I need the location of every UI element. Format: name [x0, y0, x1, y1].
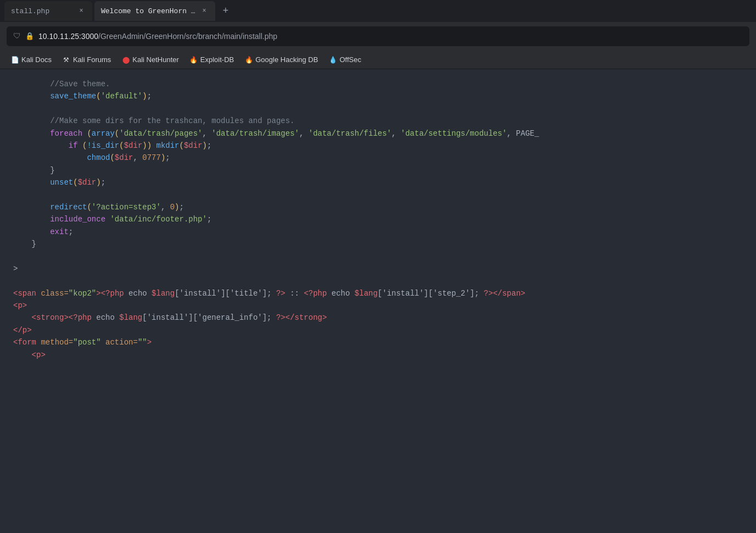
empty-line	[0, 250, 756, 262]
code-line: //Save theme.	[0, 78, 756, 90]
empty-line	[0, 275, 756, 287]
kali-nethunter-icon: ⬤	[122, 56, 130, 64]
empty-line	[0, 189, 756, 201]
google-hacking-db-icon: 🔥	[245, 56, 253, 64]
code-line: exit;	[0, 226, 756, 238]
code-line: }	[0, 164, 756, 176]
url-path: /GreenAdmin/GreenHorn/src/branch/main/in…	[98, 32, 277, 41]
kali-docs-icon: 📄	[11, 56, 19, 64]
code-line: <form method="post" action="">	[0, 336, 756, 348]
bookmark-kali-docs[interactable]: 📄 Kali Docs	[7, 54, 56, 65]
code-area[interactable]: //Save theme. save_theme('default'); //M…	[0, 69, 756, 533]
code-line: <p>	[0, 299, 756, 312]
offsec-icon: 💧	[329, 56, 337, 64]
code-line: unset($dir);	[0, 176, 756, 188]
tab-2[interactable]: Welcome to GreenHorn ! - G ×	[94, 1, 215, 21]
tab-2-close[interactable]: ×	[200, 7, 209, 15]
address-bar[interactable]: 🛡 🔒 10.10.11.25:3000/GreenAdmin/GreenHor…	[7, 26, 749, 46]
bookmark-kali-forums[interactable]: ⚒ Kali Forums	[58, 54, 115, 65]
code-line: include_once 'data/inc/footer.php';	[0, 213, 756, 225]
code-line: save_theme('default');	[0, 90, 756, 102]
code-line: >	[0, 263, 756, 275]
address-bar-row: 🛡 🔒 10.10.11.25:3000/GreenAdmin/GreenHor…	[0, 22, 756, 51]
kali-nethunter-label: Kali NetHunter	[132, 55, 179, 64]
code-line: foreach (array('data/trash/pages', 'data…	[0, 127, 756, 140]
code-line: <p>	[0, 349, 756, 361]
bookmark-google-hacking-db[interactable]: 🔥 Google Hacking DB	[240, 54, 322, 65]
bookmark-offsec[interactable]: 💧 OffSec	[324, 54, 366, 65]
bookmark-exploit-db[interactable]: 🔥 Exploit-DB	[186, 54, 238, 65]
empty-line	[0, 103, 756, 115]
code-line: //Make some dirs for the trashcan, modul…	[0, 115, 756, 127]
code-line: chmod($dir, 0777);	[0, 152, 756, 164]
tab-2-title: Welcome to GreenHorn ! - G	[101, 7, 195, 15]
url-text: 10.10.11.25:3000/GreenAdmin/GreenHorn/sr…	[38, 32, 277, 41]
shield-icon: 🛡	[13, 32, 21, 41]
kali-forums-icon: ⚒	[63, 56, 70, 64]
tab-1-title: stall.php	[11, 7, 72, 15]
code-line: </p>	[0, 324, 756, 336]
code-line: <span class="kop2"><?php echo $lang['ins…	[0, 287, 756, 299]
browser-chrome: stall.php × Welcome to GreenHorn ! - G ×…	[0, 0, 756, 69]
code-line: }	[0, 238, 756, 250]
offsec-label: OffSec	[339, 55, 361, 64]
bookmark-kali-nethunter[interactable]: ⬤ Kali NetHunter	[117, 54, 183, 65]
tab-1-close[interactable]: ×	[77, 7, 86, 15]
exploit-db-icon: 🔥	[190, 56, 198, 64]
kali-docs-label: Kali Docs	[21, 55, 52, 64]
code-line: <strong><?php echo $lang['install']['gen…	[0, 312, 756, 324]
url-domain: 10.10.11.25:3000	[38, 32, 98, 41]
code-line: if (!is_dir($dir)) mkdir($dir);	[0, 140, 756, 152]
new-tab-button[interactable]: +	[217, 3, 234, 19]
tab-bar: stall.php × Welcome to GreenHorn ! - G ×…	[0, 0, 756, 22]
google-hacking-db-label: Google Hacking DB	[255, 55, 318, 64]
bookmarks-bar: 📄 Kali Docs ⚒ Kali Forums ⬤ Kali NetHunt…	[0, 51, 756, 69]
tab-1[interactable]: stall.php ×	[4, 1, 92, 21]
exploit-db-label: Exploit-DB	[200, 55, 234, 64]
lock-icon: 🔒	[25, 32, 34, 41]
kali-forums-label: Kali Forums	[73, 55, 111, 64]
code-line: redirect('?action=step3', 0);	[0, 201, 756, 213]
